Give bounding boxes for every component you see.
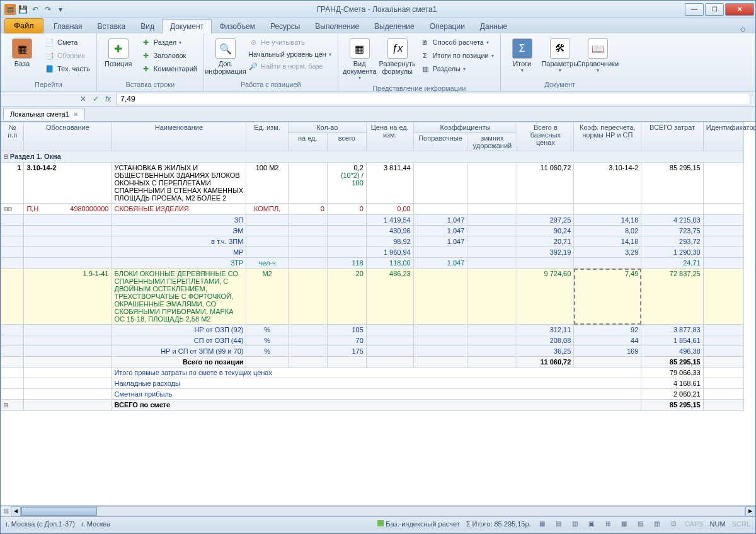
- status-icon[interactable]: ▣: [587, 519, 597, 529]
- status-icon[interactable]: ▤: [554, 519, 564, 529]
- group-label: Документ: [505, 79, 616, 90]
- estimate-grid[interactable]: № п.п Обоснование Наименование Ед. изм. …: [1, 122, 744, 411]
- col-naim[interactable]: Наименование: [112, 122, 246, 151]
- position-button[interactable]: ✚Позиция: [101, 36, 136, 70]
- tab-select[interactable]: Выделение: [367, 20, 422, 33]
- tab-data[interactable]: Данные: [472, 20, 515, 33]
- col-koef[interactable]: Коэффициенты: [413, 122, 517, 133]
- status-icon[interactable]: ▥: [652, 519, 662, 529]
- tab-res[interactable]: Ресурсы: [263, 20, 307, 33]
- tab-exec[interactable]: Выполнение: [307, 20, 367, 33]
- col-ident[interactable]: Идентификатор: [703, 122, 743, 151]
- razdely-button[interactable]: ▥Разделы: [418, 62, 496, 75]
- col-vsego[interactable]: всего: [327, 133, 366, 151]
- document-tab[interactable]: Локальная смета1 ✕: [3, 108, 85, 120]
- expand-icon[interactable]: ⊞: [4, 401, 8, 409]
- summary-row[interactable]: Сметная прибыль2 060,21: [1, 389, 744, 400]
- grid-area[interactable]: № п.п Обоснование Наименование Ед. изм. …: [1, 122, 755, 505]
- table-row[interactable]: СП от ОЗП (44)%70208,08441 854,61: [1, 335, 744, 346]
- sposob-button[interactable]: 🗎Способ расчета: [418, 36, 496, 49]
- nach-uroven-button[interactable]: Начальный уровень цен: [246, 49, 334, 59]
- scrl-indicator: SCRL: [732, 520, 750, 528]
- total-row[interactable]: Всего по позиции11 060,7285 295,15: [1, 357, 744, 368]
- status-icon[interactable]: ▦: [537, 519, 547, 529]
- col-kper[interactable]: Коэф. пересчета, нормы НР и СП: [574, 122, 641, 151]
- scroll-right-icon[interactable]: ▶: [745, 506, 755, 516]
- tab-phys[interactable]: Физобъем: [212, 20, 263, 33]
- scrollbar-track[interactable]: [21, 506, 745, 516]
- tab-document[interactable]: Документ: [162, 19, 212, 33]
- tab-view[interactable]: Вид: [133, 20, 162, 33]
- col-baz[interactable]: Всего в базисных ценах: [517, 122, 574, 151]
- kommentariy-button[interactable]: ✚Комментарий: [139, 62, 200, 75]
- tab-ops[interactable]: Операции: [422, 20, 472, 33]
- status-icon[interactable]: ⊡: [668, 519, 679, 529]
- grand-total-row[interactable]: ⊞ВСЕГО по смете85 295,15: [1, 400, 744, 411]
- search-icon: 🔎: [248, 61, 258, 71]
- ribbon-group-document: ΣИтоги 🛠Параметры 📖Справочники Документ: [501, 33, 619, 91]
- col-zim[interactable]: зимних удорожаний: [467, 133, 517, 151]
- table-row[interactable]: ⊞⊟ П,Н 4980000000 СКОБЯНЫЕ ИЗДЕЛИЯКОМПЛ.…: [1, 204, 744, 215]
- spravochniki-button[interactable]: 📖Справочники: [580, 36, 616, 76]
- formula-accept-icon[interactable]: ✓: [91, 95, 100, 103]
- scrollbar-thumb[interactable]: [21, 507, 97, 516]
- redo-icon[interactable]: ↷: [42, 4, 54, 15]
- table-row[interactable]: НР и СП от ЗПМ (99 и 70)%17536,25169496,…: [1, 346, 744, 357]
- table-row[interactable]: ЭМ430,961,04790,248,02723,75: [1, 226, 744, 236]
- col-npp[interactable]: № п.п: [1, 122, 24, 151]
- maximize-button[interactable]: ☐: [705, 3, 724, 16]
- expand-icon[interactable]: ⊞⊟: [4, 205, 12, 213]
- scroll-left-icon[interactable]: ◀: [11, 506, 21, 516]
- table-row[interactable]: 13.10-14-2 УСТАНОВКА В ЖИЛЫХ И ОБЩЕСТВЕН…: [1, 163, 744, 204]
- status-location-1: г. Москва (с Доп.1-37): [6, 520, 75, 528]
- col-zat[interactable]: ВСЕГО затрат: [641, 122, 703, 151]
- col-ed[interactable]: Ед. изм.: [246, 122, 288, 151]
- status-calc-mode[interactable]: Баз.-индексный расчет: [377, 520, 459, 528]
- summary-row[interactable]: Итого прямые затраты по смете в текущих …: [1, 368, 744, 378]
- tab-main[interactable]: Главная: [46, 20, 90, 33]
- dopinfo-button[interactable]: 🔍Доп. информация: [208, 36, 243, 78]
- table-row[interactable]: в т.ч. ЗПМ98,921,04720,7114,18293,72: [1, 236, 744, 247]
- itogi-poz-button[interactable]: ΣИтоги по позиции: [418, 49, 496, 62]
- collapse-icon[interactable]: ⊟: [4, 153, 8, 161]
- status-icon[interactable]: ▥: [570, 519, 580, 529]
- col-popr[interactable]: Поправочные: [413, 133, 467, 151]
- undo-icon[interactable]: ↶: [30, 4, 41, 15]
- viddoc-button[interactable]: ▦Вид документа: [342, 36, 377, 83]
- col-obos[interactable]: Обоснование: [24, 122, 112, 151]
- table-row[interactable]: ЗП1 419,541,047297,2514,184 215,03: [1, 215, 744, 226]
- tab-insert[interactable]: Вставка: [90, 20, 134, 33]
- baza-button[interactable]: ▦База: [4, 36, 40, 70]
- save-icon[interactable]: 💾: [17, 4, 28, 15]
- col-cena[interactable]: Цена на ед. изм.: [366, 122, 413, 151]
- zagolovok-button[interactable]: ✚Заголовок: [139, 49, 200, 62]
- col-kolvo[interactable]: Кол-во: [288, 122, 366, 133]
- formula-input[interactable]: [116, 93, 750, 105]
- ribbon-help-icon[interactable]: ◇: [740, 25, 745, 33]
- table-row[interactable]: МР1 960,94392,193,291 290,30: [1, 247, 744, 258]
- status-icon[interactable]: ▤: [636, 519, 646, 529]
- close-button[interactable]: ✕: [725, 3, 754, 16]
- tech-button[interactable]: 📘Тех. часть: [42, 62, 93, 75]
- parametry-button[interactable]: 🛠Параметры: [542, 36, 578, 76]
- status-icon[interactable]: ▦: [619, 519, 629, 529]
- section-row[interactable]: ⊟ Раздел 1. Окна: [1, 151, 744, 163]
- app-icon: ▤: [4, 4, 16, 15]
- smeta-button[interactable]: 📄Смета: [42, 36, 93, 49]
- razvernut-button[interactable]: ƒxРазвернуть формулы: [380, 36, 415, 78]
- itogi-button[interactable]: ΣИтоги: [505, 36, 540, 76]
- file-tab[interactable]: Файл: [4, 18, 43, 33]
- tab-close-icon[interactable]: ✕: [73, 111, 78, 118]
- qat-dropdown-icon[interactable]: ▾: [55, 4, 66, 15]
- table-row[interactable]: ЗТРчел-ч118118,001,04724,71: [1, 258, 744, 269]
- table-row[interactable]: НР от ОЗП (92)%105312,11923 877,83: [1, 325, 744, 335]
- formula-cancel-icon[interactable]: ✕: [79, 95, 88, 103]
- formula-fx-icon[interactable]: fx: [104, 95, 112, 103]
- col-naed[interactable]: на ед.: [288, 133, 327, 151]
- status-icon[interactable]: ⊞: [603, 519, 613, 529]
- summary-row[interactable]: Накладные расходы4 168,61: [1, 378, 744, 389]
- minimize-button[interactable]: —: [685, 3, 704, 16]
- expand-all-icon[interactable]: ⊞: [1, 507, 11, 515]
- table-row-selected[interactable]: 1.9-1-41БЛОКИ ОКОННЫЕ ДЕРЕВЯННЫЕ СО СПАР…: [1, 269, 744, 325]
- razdel-button[interactable]: ✚Раздел: [139, 36, 200, 49]
